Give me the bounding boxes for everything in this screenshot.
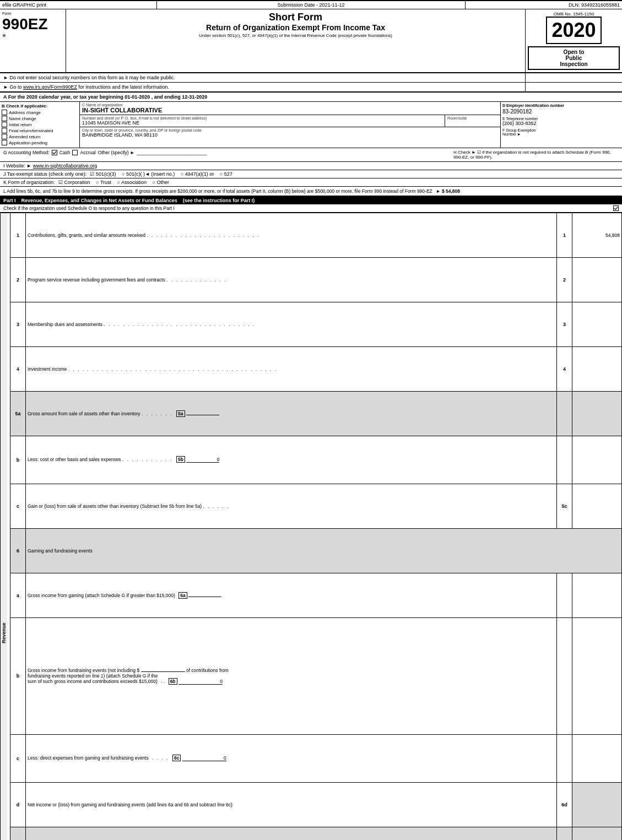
amended-return-item: Amended return xyxy=(2,134,78,139)
line5b-num: b xyxy=(10,436,26,484)
part-i-header: Part I Revenue, Expenses, and Changes in… xyxy=(0,197,622,204)
tax-status-501c[interactable]: ○ 501(c)( )◄ (insert no.) xyxy=(122,171,175,177)
org-name-label: C Name of organization xyxy=(82,103,498,107)
org-addr-left: Number and street (or P. O. box, if mail… xyxy=(80,115,445,127)
line6d-desc: Net income or (loss) from gaming and fun… xyxy=(26,782,557,827)
tax-year-row: A For the 2020 calendar year, or tax yea… xyxy=(0,93,622,102)
dln-number: DLN: 93492316055881 xyxy=(466,1,622,9)
line6b-sub-val: 0 xyxy=(179,679,223,685)
line5b-dots: . . . . . . . . . . . xyxy=(122,457,173,462)
line3-num: 3 xyxy=(10,302,26,346)
line6b-text2: fundraising events reported on line 1) (… xyxy=(28,673,555,679)
h-check-label: H Check ► xyxy=(453,150,476,155)
form-org-row: K Form of organization: ☑ Corporation ○ … xyxy=(0,178,622,187)
line6c-row: c Less: direct expenses from gaming and … xyxy=(1,734,622,782)
address-change-item: Address change xyxy=(2,110,78,115)
line6b-num: b xyxy=(10,617,26,734)
line6b-ref xyxy=(557,617,572,734)
form-label: Form xyxy=(2,12,63,15)
line3-amount xyxy=(572,302,622,346)
other-line: ___________________________ xyxy=(137,150,207,155)
line3-desc-text: Membership dues and assessments xyxy=(28,322,102,327)
line6b-row: b Gross income from fundraising events (… xyxy=(1,617,622,734)
name-change-checkbox[interactable] xyxy=(2,116,7,121)
line5c-desc: Gain or (loss) from sale of assets other… xyxy=(26,484,557,529)
form-title-main: Short Form xyxy=(71,12,521,23)
initial-return-checkbox[interactable] xyxy=(2,122,7,127)
line5b-row: b Less: cost or other basis and sales ex… xyxy=(1,436,622,484)
line2-amount xyxy=(572,257,622,302)
cash-checkbox[interactable] xyxy=(52,150,57,155)
city-label: City or town, state or province, country… xyxy=(82,128,498,132)
line5a-dots: . . . . . . . xyxy=(142,411,173,416)
website-value[interactable]: www.in-sightcollaborative.org xyxy=(33,163,98,169)
revenue-side-label: Revenue xyxy=(1,213,10,841)
line5a-sub-ref: 5a xyxy=(176,410,185,417)
part-i-title: Revenue, Expenses, and Changes in Net As… xyxy=(21,198,177,203)
app-pending-checkbox[interactable] xyxy=(2,140,7,145)
omb-right-blank xyxy=(526,73,622,82)
go-to-text: ► Go to xyxy=(3,84,23,90)
line6c-sub-val: 0 xyxy=(182,755,226,761)
org-city-row: City or town, state or province, country… xyxy=(80,127,500,139)
line1-dots: . . . . . . . . . . . . . . . . . . . . … xyxy=(147,232,259,238)
omb-label: OMB No. 1545-1150 xyxy=(528,12,620,17)
line6d-num: d xyxy=(10,782,26,827)
form-org-other[interactable]: ○ Other xyxy=(153,180,169,185)
line5c-row: c Gain or (loss) from sale of assets oth… xyxy=(1,484,622,529)
form-org-assoc[interactable]: ○ Association xyxy=(117,180,147,185)
line5c-dots: . . . . . . xyxy=(203,503,229,509)
line6-desc-text: Gaming and fundraising events xyxy=(28,548,93,554)
irs-link[interactable]: www.irs.gov/Form990EZ xyxy=(23,84,77,90)
line6a-sub-ref: 6a xyxy=(179,592,187,599)
line3-dots: . . . . . . . . . . . . . . . . . . . . … xyxy=(104,322,255,327)
line1-desc: Contributions, gifts, grants, and simila… xyxy=(26,213,557,258)
page: efile GRAPHIC print Submission Date - 20… xyxy=(0,0,622,840)
acct-h-check: H Check ► ☑ if the organization is not r… xyxy=(453,150,619,160)
form-org-corp[interactable]: ☑ Corporation xyxy=(58,180,90,185)
final-return-checkbox[interactable] xyxy=(2,128,7,133)
form-org-trust[interactable]: ○ Trust xyxy=(96,180,111,185)
line1-amount: 54,808 xyxy=(572,213,622,258)
form-number: 990EZ xyxy=(2,15,63,33)
final-return-item: Final return/terminated xyxy=(2,128,78,133)
website-row: I Website: ► www.in-sightcollaborative.o… xyxy=(0,162,622,170)
line6b-prefix: Gross income from fundraising events (no… xyxy=(28,668,139,673)
city-value: BAINBRIDGE ISLAND, WA 98110 xyxy=(82,132,498,138)
org-name-value: IN-SIGHT COLLABORATIVE xyxy=(82,107,498,113)
addr-value: 11045 MADISON AVE NE xyxy=(82,120,442,126)
name-change-item: Name change xyxy=(2,116,78,121)
tax-status-527[interactable]: ○ 527 xyxy=(220,171,232,177)
line6c-amount xyxy=(572,734,622,782)
ein-value: 83-2090182 xyxy=(502,109,620,115)
schedule-check-box[interactable] xyxy=(613,205,619,211)
line6a-row: a Gross income from gaming (attach Sched… xyxy=(1,573,622,617)
line1-num: 1 xyxy=(10,213,26,258)
line7a-num: 7a xyxy=(10,827,26,840)
line5c-num: c xyxy=(10,484,26,529)
line6c-ref xyxy=(557,734,572,782)
go-to: ► Go to www.irs.gov/Form990EZ for instru… xyxy=(0,83,526,91)
line6b-blank xyxy=(141,671,185,672)
line6a-num: a xyxy=(10,573,26,617)
acct-label: G Accounting Method: xyxy=(3,150,50,155)
line6c-dots: . . . . xyxy=(152,755,169,761)
go-to-rest: for instructions and the latest informat… xyxy=(77,84,169,90)
tax-status-4947[interactable]: ○ 4947(a)(1) or xyxy=(181,171,214,177)
tax-status-501c3[interactable]: ☑ 501(c)(3) xyxy=(90,171,116,177)
amended-return-checkbox[interactable] xyxy=(2,134,7,139)
line6c-sub-ref: 6c xyxy=(172,755,181,761)
line4-dots: . . . . . . . . . . . . . . . . . . . . … xyxy=(68,366,277,372)
line5b-desc-text: Less: cost or other basis and sales expe… xyxy=(28,457,121,462)
org-addr-room: Room/suite xyxy=(445,115,500,127)
accrual-checkbox[interactable] xyxy=(72,150,78,155)
addr-label: Number and street (or P. O. box, if mail… xyxy=(82,116,442,120)
initial-return-label: Initial return xyxy=(9,122,32,127)
phone-label: E Telephone number xyxy=(502,117,620,121)
name-change-label: Name change xyxy=(9,116,36,121)
accrual-label: Accrual xyxy=(80,150,95,155)
line6d-amount xyxy=(572,782,622,827)
address-change-checkbox[interactable] xyxy=(2,110,7,115)
form-number-col: Form 990EZ ⊕ xyxy=(0,9,66,72)
line4-row: 4 Investment income . . . . . . . . . . … xyxy=(1,346,622,391)
